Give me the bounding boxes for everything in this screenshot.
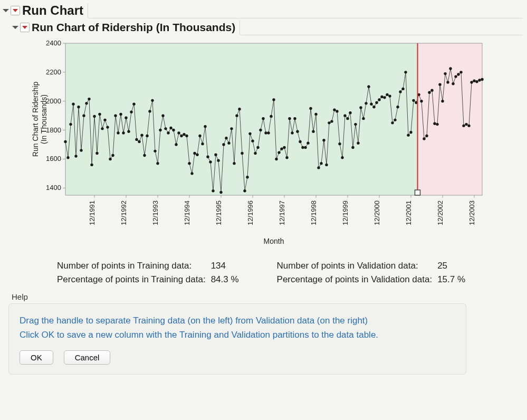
svg-point-165 <box>383 96 386 99</box>
svg-point-93 <box>193 152 196 155</box>
svg-point-168 <box>391 121 394 124</box>
svg-point-50 <box>80 149 82 151</box>
panel-rule <box>88 3 523 18</box>
svg-point-193 <box>457 73 459 75</box>
svg-text:12/1994: 12/1994 <box>183 201 191 225</box>
svg-point-127 <box>283 146 285 149</box>
svg-point-149 <box>341 156 343 159</box>
svg-point-94 <box>196 154 198 156</box>
run-chart-plot[interactable]: 14001600180020002200240012/199112/199212… <box>28 37 487 248</box>
svg-point-101 <box>214 154 217 156</box>
svg-text:12/1996: 12/1996 <box>246 201 254 225</box>
training-stats: Number of points in Training data: 134 P… <box>56 259 244 287</box>
svg-point-150 <box>343 114 346 117</box>
panel-title: Run Chart of Ridership (In Thousands) <box>32 21 235 34</box>
svg-text:2200: 2200 <box>46 68 61 76</box>
svg-text:2400: 2400 <box>46 39 61 47</box>
svg-point-105 <box>225 137 227 139</box>
svg-point-89 <box>183 133 185 136</box>
svg-point-199 <box>473 80 475 82</box>
svg-point-78 <box>154 150 156 152</box>
svg-text:12/1998: 12/1998 <box>310 201 318 225</box>
svg-point-143 <box>325 164 328 166</box>
svg-point-131 <box>293 117 296 120</box>
svg-point-70 <box>132 103 135 106</box>
svg-point-195 <box>462 125 465 127</box>
svg-point-134 <box>301 146 304 149</box>
svg-point-118 <box>259 129 262 131</box>
svg-point-190 <box>449 67 452 70</box>
svg-point-145 <box>330 120 333 122</box>
svg-text:Run Chart of Ridership: Run Chart of Ridership <box>31 82 40 157</box>
help-text-line2: Click OK to save a new column with the T… <box>20 328 455 342</box>
svg-point-49 <box>77 106 80 108</box>
svg-point-186 <box>438 83 441 85</box>
svg-point-154 <box>354 123 357 126</box>
svg-point-100 <box>212 189 214 192</box>
svg-point-82 <box>164 127 167 130</box>
svg-point-136 <box>306 142 309 145</box>
svg-point-121 <box>267 131 270 134</box>
train-pct-label: Percentage of points in Training data: <box>57 273 210 286</box>
svg-point-182 <box>428 91 430 94</box>
svg-point-99 <box>209 160 212 163</box>
svg-point-137 <box>309 107 312 110</box>
svg-point-175 <box>409 131 412 133</box>
svg-point-135 <box>304 146 306 149</box>
ok-button[interactable]: OK <box>20 350 53 365</box>
svg-point-166 <box>386 93 388 96</box>
disclosure-icon[interactable] <box>12 26 18 29</box>
disclosure-icon[interactable] <box>3 9 9 12</box>
svg-point-69 <box>130 111 132 113</box>
svg-point-85 <box>172 129 175 131</box>
panel-title: Run Chart <box>22 3 83 18</box>
svg-point-74 <box>143 154 146 157</box>
svg-point-132 <box>296 130 299 133</box>
svg-point-106 <box>227 142 230 145</box>
hotspot-icon[interactable] <box>20 23 30 32</box>
svg-text:12/2003: 12/2003 <box>468 201 476 225</box>
svg-point-169 <box>394 119 396 121</box>
svg-text:12/1997: 12/1997 <box>278 201 286 225</box>
svg-point-58 <box>101 127 103 130</box>
help-label: Help <box>12 292 523 301</box>
svg-point-115 <box>251 139 254 142</box>
svg-point-201 <box>478 79 481 81</box>
outline-header-ridership[interactable]: Run Chart of Ridership (In Thousands) <box>14 20 523 35</box>
svg-point-185 <box>436 123 438 126</box>
hotspot-icon[interactable] <box>11 6 20 15</box>
svg-point-66 <box>122 131 124 134</box>
cancel-button[interactable]: Cancel <box>64 350 111 365</box>
valid-n-label: Number of points in Validation data: <box>277 260 437 272</box>
svg-point-83 <box>167 131 169 134</box>
svg-point-84 <box>169 127 172 129</box>
svg-point-76 <box>148 110 151 112</box>
svg-point-128 <box>285 156 288 159</box>
svg-point-72 <box>138 140 140 143</box>
svg-point-172 <box>401 88 404 90</box>
svg-point-113 <box>246 176 248 178</box>
svg-point-156 <box>359 106 362 109</box>
svg-point-111 <box>241 152 243 155</box>
svg-point-179 <box>420 100 423 102</box>
partition-handle[interactable] <box>415 190 420 195</box>
svg-point-155 <box>357 142 359 145</box>
svg-point-139 <box>314 113 317 116</box>
svg-point-191 <box>452 82 454 85</box>
svg-point-88 <box>180 135 183 137</box>
outline-header-run-chart[interactable]: Run Chart <box>4 3 523 18</box>
svg-text:12/1992: 12/1992 <box>120 201 128 225</box>
svg-point-51 <box>82 114 85 117</box>
svg-point-63 <box>114 114 117 117</box>
svg-point-55 <box>93 115 95 118</box>
svg-point-123 <box>272 98 275 101</box>
svg-point-97 <box>204 125 206 128</box>
svg-point-197 <box>467 125 470 127</box>
svg-point-114 <box>248 132 251 135</box>
train-n-value: 134 <box>211 260 243 272</box>
svg-point-91 <box>188 162 190 165</box>
svg-point-130 <box>291 131 293 134</box>
svg-point-53 <box>88 98 90 100</box>
svg-point-184 <box>433 122 436 125</box>
svg-point-44 <box>64 140 66 143</box>
